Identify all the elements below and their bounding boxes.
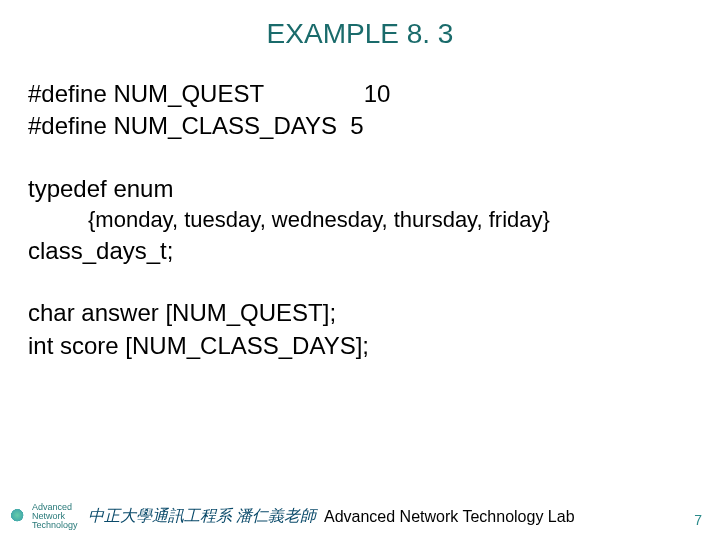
code-line: typedef enum	[28, 173, 692, 205]
code-line: class_days_t;	[28, 235, 692, 267]
lab-logo-text: Advanced Network Technology	[32, 503, 78, 530]
code-line: char answer [NUM_QUEST];	[28, 297, 692, 329]
footer: Advanced Network Technology 中正大學通訊工程系 潘仁…	[0, 503, 720, 530]
code-line-indent: {monday, tuesday, wednesday, thursday, f…	[28, 205, 692, 235]
code-line: #define NUM_CLASS_DAYS 5	[28, 110, 692, 142]
lab-logo-icon	[10, 508, 28, 526]
code-block: #define NUM_QUEST 10 #define NUM_CLASS_D…	[0, 78, 720, 362]
code-line: int score [NUM_CLASS_DAYS];	[28, 330, 692, 362]
lab-label: Advanced Network Technology Lab	[324, 508, 575, 526]
page-number: 7	[694, 512, 702, 528]
organization-label: 中正大學通訊工程系 潘仁義老師	[88, 506, 316, 527]
slide-title: EXAMPLE 8. 3	[0, 18, 720, 50]
code-line: #define NUM_QUEST 10	[28, 78, 692, 110]
